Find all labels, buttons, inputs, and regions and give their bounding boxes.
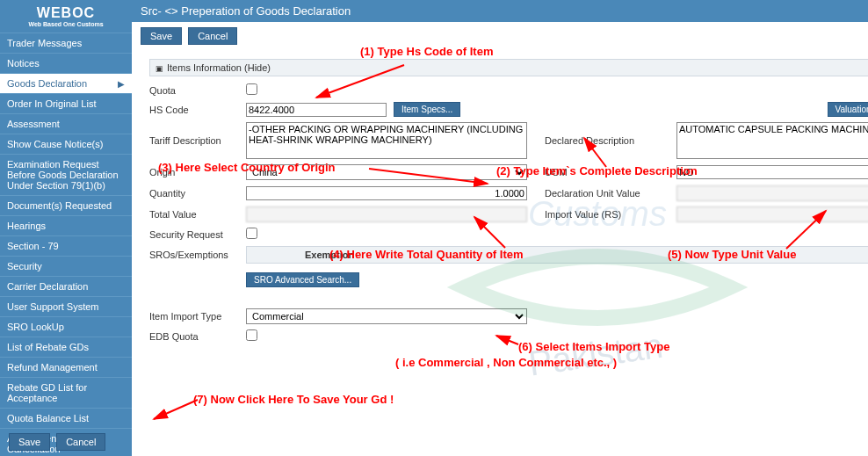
label-total-value: Total Value: [149, 209, 228, 220]
sidebar-item-order-in-original[interactable]: Order In Original List: [0, 93, 132, 113]
label-security: Security Request: [149, 229, 228, 240]
cancel-button-bottom[interactable]: Cancel: [56, 433, 105, 451]
sidebar-item-assessment[interactable]: Assessment: [0, 113, 132, 134]
uom-input[interactable]: [676, 165, 868, 179]
save-button-top[interactable]: Save: [141, 27, 182, 45]
label-sros: SROs/Exemptions: [149, 250, 228, 260]
label-hs: HS Code: [149, 105, 228, 115]
label-tariff: Tariff Description: [149, 135, 228, 146]
sidebar-item-rebate-gds[interactable]: List of Rebate GDs: [0, 337, 132, 357]
quota-checkbox[interactable]: [246, 83, 257, 95]
edb-quota-checkbox[interactable]: [246, 329, 257, 341]
save-button-bottom[interactable]: Save: [9, 433, 50, 451]
valuation-ruling-button[interactable]: Valuation Ruling...: [828, 102, 868, 117]
declared-description-textarea[interactable]: AUTOMATIC CAPSULE PACKING MACHINERY: [676, 122, 868, 159]
label-uom: UOM: [545, 167, 659, 177]
label-quota: Quota: [149, 85, 228, 96]
label-declared: Declared Description: [545, 135, 659, 146]
collapse-icon: ▣: [156, 64, 163, 73]
label-origin: Origin: [149, 167, 228, 177]
section-header[interactable]: ▣Items Information (Hide): [149, 59, 868, 76]
sidebar-item-user-support[interactable]: User Support System: [0, 296, 132, 316]
label-quantity: Quantity: [149, 188, 228, 199]
sro-advanced-search-button[interactable]: SRO Advanced Search...: [246, 272, 359, 287]
sidebar-item-docs-requested[interactable]: Document(s) Requested: [0, 195, 132, 215]
sidebar-item-notices[interactable]: Notices: [0, 53, 132, 73]
sidebar-item-show-cause[interactable]: Show Cause Notice(s): [0, 134, 132, 154]
sidebar-item-section-79[interactable]: Section - 79: [0, 235, 132, 256]
decl-unit-value-input[interactable]: [676, 185, 868, 201]
svg-line-8: [154, 400, 198, 419]
tariff-description-textarea[interactable]: -OTHER PACKING OR WRAPPING MACHINERY (IN…: [246, 122, 527, 159]
page-title: Src- <> Preperation of Goods Declaration: [132, 0, 868, 22]
sidebar-item-trader-messages[interactable]: Trader Messages: [0, 33, 132, 53]
sidebar-item-sro-lookup[interactable]: SRO LookUp: [0, 316, 132, 337]
cancel-button-top[interactable]: Cancel: [188, 27, 237, 45]
annotation-6b: ( i.e Commercial , Non Commercial etc., …: [395, 356, 617, 369]
label-decl-unit: Declaration Unit Value: [545, 188, 659, 199]
label-edb: EDB Quota: [149, 331, 228, 342]
sidebar-item-goods-declaration[interactable]: Goods Declaration▶: [0, 73, 132, 93]
item-specs-button[interactable]: Item Specs...: [394, 102, 460, 117]
chevron-right-icon: ▶: [118, 79, 125, 89]
origin-select[interactable]: China: [246, 164, 527, 180]
sidebar-item-rebate-acceptance[interactable]: Rebate GD List for Acceptance: [0, 377, 132, 408]
exemption-header: Exemption: [246, 246, 868, 264]
total-value-input[interactable]: [246, 206, 527, 222]
import-value-input[interactable]: [676, 206, 868, 222]
annotation-7: (7) Now Click Here To Save Your Gd !: [193, 393, 394, 406]
sidebar: WEBOC Web Based One Customs Trader Messa…: [0, 0, 132, 456]
item-import-type-select[interactable]: Commercial: [246, 308, 527, 324]
sidebar-item-exam-request-1[interactable]: Examination Request Before Goods Declara…: [0, 154, 132, 195]
sidebar-item-carrier[interactable]: Carrier Declaration: [0, 276, 132, 296]
sidebar-item-hearings[interactable]: Hearings: [0, 215, 132, 235]
security-request-checkbox[interactable]: [246, 228, 257, 239]
hs-code-input[interactable]: [246, 103, 387, 117]
main-panel: Src- <> Preperation of Goods Declaration…: [132, 0, 868, 456]
sidebar-item-refund[interactable]: Refund Management: [0, 357, 132, 377]
label-item-import-type: Item Import Type: [149, 311, 228, 322]
label-import-value: Import Value (RS): [545, 209, 659, 220]
sidebar-item-security[interactable]: Security: [0, 256, 132, 276]
quantity-input[interactable]: [246, 186, 527, 200]
sidebar-item-quota-balance[interactable]: Quota Balance List: [0, 408, 132, 428]
brand-logo: WEBOC Web Based One Customs: [0, 0, 132, 33]
